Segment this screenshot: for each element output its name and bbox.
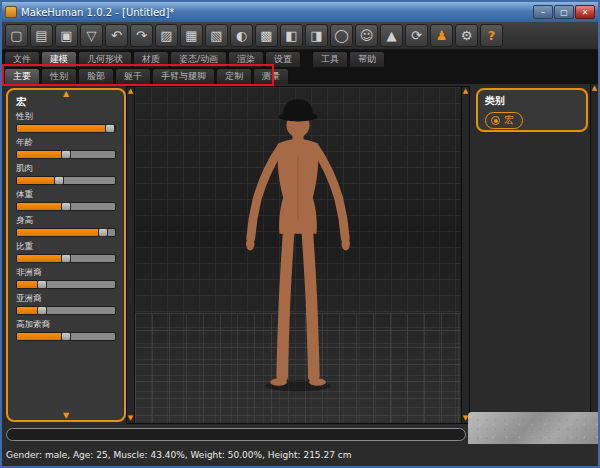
pose-figure-icon[interactable]: ♟ — [430, 24, 453, 47]
slider-track[interactable] — [16, 332, 116, 341]
close-button[interactable]: ✕ — [575, 5, 595, 19]
category-panel: 类别 宏 — [476, 88, 588, 132]
right-scrollstrip[interactable]: ▲ ▼ — [590, 84, 598, 422]
undo-icon[interactable]: ↶ — [105, 24, 128, 47]
scroll-up-icon[interactable]: ▲ — [128, 88, 133, 95]
slider-track[interactable] — [16, 228, 116, 237]
menu-tab-bar: 文件建模几何形状材质姿态/动画渲染设置工具帮助 — [2, 50, 598, 67]
sub-tab-bar: 主要性别脸部躯干手臂与腿脚定制测量 — [2, 67, 598, 84]
sub-tab-躯干[interactable]: 躯干 — [115, 68, 151, 84]
global-camera-icon[interactable]: ◯ — [330, 24, 353, 47]
slider-label: 非洲裔 — [16, 267, 116, 279]
slider-track[interactable] — [16, 150, 116, 159]
slider-label: 年龄 — [16, 137, 116, 149]
sub-tab-定制[interactable]: 定制 — [216, 68, 252, 84]
viewport-right-scrollstrip[interactable]: ▲ ▼ — [461, 87, 469, 423]
top-view-icon[interactable]: ▲ — [380, 24, 403, 47]
wireframe-toggle-icon[interactable]: ▧ — [205, 24, 228, 47]
slider-handle[interactable] — [37, 306, 47, 315]
menu-tab-帮助[interactable]: 帮助 — [349, 51, 385, 67]
slider-label: 身高 — [16, 215, 116, 227]
subdivide-icon[interactable]: ▩ — [255, 24, 278, 47]
menu-tab-工具[interactable]: 工具 — [312, 51, 348, 67]
slider-handle[interactable] — [105, 124, 115, 133]
slider-track[interactable] — [16, 254, 116, 263]
slider-handle[interactable] — [98, 228, 108, 237]
sub-tab-性别[interactable]: 性别 — [41, 68, 77, 84]
slider-handle[interactable] — [61, 254, 71, 263]
symmetry-right-icon[interactable]: ◨ — [305, 24, 328, 47]
slider-track[interactable] — [16, 202, 116, 211]
smooth-toggle-icon[interactable]: ◐ — [230, 24, 253, 47]
slider-track[interactable] — [16, 176, 116, 185]
sub-tab-脸部[interactable]: 脸部 — [78, 68, 114, 84]
export-file-icon[interactable]: ▽ — [80, 24, 103, 47]
status-text: Gender: male, Age: 25, Muscle: 43.40%, W… — [6, 450, 352, 460]
scroll-down-icon[interactable]: ▼ — [128, 415, 133, 422]
window-title: MakeHuman 1.0.2 - [Untitled]* — [21, 7, 533, 18]
sub-tab-测量[interactable]: 测量 — [253, 68, 289, 84]
slider-handle[interactable] — [61, 332, 71, 341]
rotate-view-icon[interactable]: ⟳ — [405, 24, 428, 47]
slider-row-高加索裔: 高加索裔 — [16, 319, 116, 341]
slider-handle[interactable] — [54, 176, 64, 185]
slider-label: 亚洲裔 — [16, 293, 116, 305]
panel-scroll-down-icon[interactable]: ▼ — [63, 412, 69, 420]
slider-fill — [17, 125, 115, 132]
menu-tab-渲染[interactable]: 渲染 — [228, 51, 264, 67]
slider-row-亚洲裔: 亚洲裔 — [16, 293, 116, 315]
menu-tab-几何形状[interactable]: 几何形状 — [78, 51, 132, 67]
human-model[interactable] — [205, 91, 391, 397]
menu-tab-设置[interactable]: 设置 — [265, 51, 301, 67]
minimize-button[interactable]: – — [533, 5, 553, 19]
panel-scroll-up-icon[interactable]: ▲ — [63, 90, 69, 98]
new-file-icon[interactable]: ▢ — [5, 24, 28, 47]
scroll-up-icon[interactable]: ▲ — [463, 88, 468, 95]
menu-tab-文件[interactable]: 文件 — [4, 51, 40, 67]
slider-label: 性别 — [16, 111, 116, 123]
slider-fill — [17, 203, 66, 210]
grid-toggle-icon[interactable]: ▦ — [180, 24, 203, 47]
slider-handle[interactable] — [61, 202, 71, 211]
toolbar: ▢▤▣▽↶↷▨▦▧◐▩◧◨◯☺▲⟳♟⚙? — [2, 22, 598, 50]
sub-tab-主要[interactable]: 主要 — [4, 68, 40, 84]
3d-canvas[interactable] — [135, 87, 461, 423]
makehuman-window: MakeHuman 1.0.2 - [Untitled]* –▢✕ ▢▤▣▽↶↷… — [0, 0, 600, 468]
slider-label: 体重 — [16, 189, 116, 201]
viewport-left-scrollstrip[interactable]: ▲ ▼ — [127, 87, 135, 423]
window-controls: –▢✕ — [533, 5, 595, 19]
slider-row-肌肉: 肌肉 — [16, 163, 116, 185]
slider-row-身高: 身高 — [16, 215, 116, 237]
checker-texture-icon[interactable]: ▨ — [155, 24, 178, 47]
redo-icon[interactable]: ↷ — [130, 24, 153, 47]
symmetry-left-icon[interactable]: ◧ — [280, 24, 303, 47]
load-file-icon[interactable]: ▤ — [30, 24, 53, 47]
help-icon[interactable]: ? — [480, 24, 503, 47]
category-option-宏[interactable]: 宏 — [485, 112, 523, 129]
menu-tab-建模[interactable]: 建模 — [41, 51, 77, 67]
app-logo-icon — [5, 6, 17, 18]
menu-tab-材质[interactable]: 材质 — [133, 51, 169, 67]
slider-row-体重: 体重 — [16, 189, 116, 211]
slider-list: 性别年龄肌肉体重身高比重非洲裔亚洲裔高加索裔 — [16, 111, 116, 341]
menu-tab-姿态/动画[interactable]: 姿态/动画 — [170, 51, 227, 67]
slider-label: 高加索裔 — [16, 319, 116, 331]
sub-tab-手臂与腿脚[interactable]: 手臂与腿脚 — [152, 68, 215, 84]
main-area: ▲ 宏 性别年龄肌肉体重身高比重非洲裔亚洲裔高加索裔 ▼ ▲ ▼ — [2, 84, 598, 426]
slider-track[interactable] — [16, 306, 116, 315]
slider-track[interactable] — [16, 280, 116, 289]
maximize-button[interactable]: ▢ — [554, 5, 574, 19]
face-camera-icon[interactable]: ☺ — [355, 24, 378, 47]
settings-icon[interactable]: ⚙ — [455, 24, 478, 47]
slider-label: 比重 — [16, 241, 116, 253]
category-panel-title: 类别 — [485, 94, 579, 108]
title-bar[interactable]: MakeHuman 1.0.2 - [Untitled]* –▢✕ — [2, 2, 598, 22]
slider-track[interactable] — [16, 124, 116, 133]
slider-fill — [17, 255, 66, 262]
scroll-up-icon[interactable]: ▲ — [592, 85, 597, 92]
slider-row-性别: 性别 — [16, 111, 116, 133]
slider-handle[interactable] — [61, 150, 71, 159]
slider-handle[interactable] — [37, 280, 47, 289]
save-file-icon[interactable]: ▣ — [55, 24, 78, 47]
progress-bar — [6, 428, 466, 441]
